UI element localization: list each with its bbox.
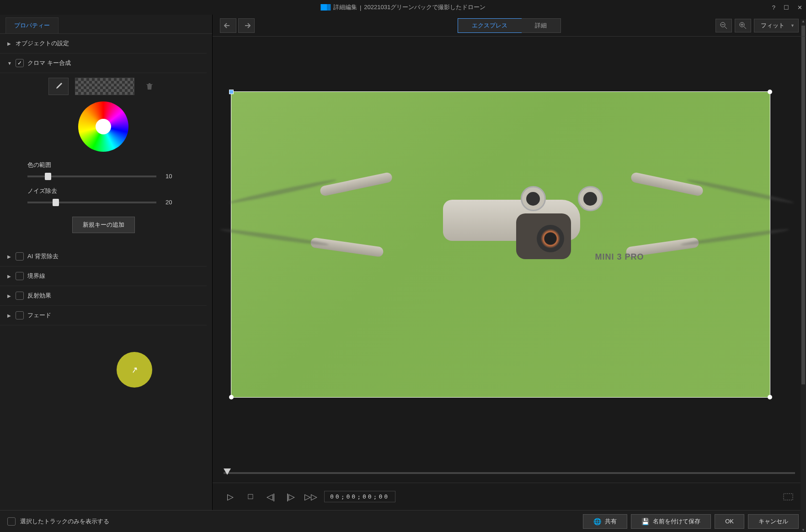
preview-frame[interactable]: MINI 3 PRO: [231, 91, 770, 398]
preview-viewport[interactable]: MINI 3 PRO: [213, 37, 806, 463]
resize-handle-bl[interactable]: [229, 395, 234, 399]
ok-button[interactable]: OK: [715, 514, 744, 529]
titlebar-title: 詳細編集 | 20221031グリーンバックで撮影したドローン: [320, 3, 486, 11]
tab-detail[interactable]: 詳細: [521, 19, 560, 32]
save-icon: 💾: [641, 518, 649, 525]
chevron-right-icon: ▶: [7, 293, 12, 298]
color-range-label: 色の範囲: [27, 161, 179, 169]
preview-area: エクスプレス 詳細 フィット: [213, 15, 806, 510]
zoom-out-button[interactable]: [715, 19, 732, 32]
ok-label: OK: [725, 518, 734, 525]
fast-forward-button[interactable]: ▷▷: [304, 490, 318, 504]
chevron-right-icon: ▶: [7, 313, 12, 318]
section-label: オブジェクトの設定: [16, 39, 69, 48]
picked-color-swatch[interactable]: [75, 78, 134, 95]
noise-label: ノイズ除去: [27, 187, 179, 195]
globe-icon: 🌐: [593, 518, 601, 525]
save-as-button[interactable]: 💾 名前を付けて保存: [631, 514, 711, 529]
undo-button[interactable]: [220, 18, 236, 33]
section-label: 反射効果: [27, 292, 51, 300]
add-key-button[interactable]: 新規キーの追加: [72, 217, 135, 233]
close-icon[interactable]: ✕: [797, 4, 802, 11]
help-icon[interactable]: ?: [772, 4, 775, 11]
color-range-value: 10: [165, 173, 179, 180]
section-border[interactable]: ▶ 境界線: [0, 266, 207, 286]
playback-bar: ▷ □ ◁| |▷ ▷▷ 00;00;00;00: [213, 483, 806, 510]
timeline-playhead[interactable]: [224, 468, 231, 475]
chevron-right-icon: ▶: [7, 274, 12, 279]
checkbox-reflection[interactable]: [16, 292, 24, 300]
zoom-in-button[interactable]: [735, 19, 751, 32]
color-wheel[interactable]: [78, 101, 128, 152]
resize-handle-br[interactable]: [768, 395, 772, 399]
noise-value: 20: [165, 199, 179, 206]
timeline-track[interactable]: [224, 472, 795, 474]
checkbox-fade[interactable]: [16, 311, 24, 319]
delete-key-button[interactable]: [141, 78, 158, 95]
stop-button[interactable]: □: [244, 490, 257, 504]
chevron-right-icon: ▶: [7, 41, 12, 46]
resize-handle-tr[interactable]: [768, 90, 772, 94]
title-separator: |: [360, 4, 361, 11]
section-label: AI 背景除去: [27, 252, 59, 261]
section-ai-bg-remove[interactable]: ▶ AI 背景除去: [0, 247, 207, 266]
section-label: 境界線: [27, 272, 45, 280]
timeline-bar: [213, 463, 806, 483]
cancel-label: キャンセル: [758, 517, 788, 526]
chevron-down-icon: ▼: [7, 61, 12, 66]
section-label: フェード: [27, 311, 51, 319]
play-button[interactable]: ▷: [224, 490, 237, 504]
eyedropper-button[interactable]: [48, 78, 69, 95]
app-icon: [320, 4, 331, 11]
drone-image: MINI 3 PRO: [352, 161, 672, 280]
tab-express[interactable]: エクスプレス: [458, 18, 522, 33]
noise-slider[interactable]: [27, 202, 156, 203]
properties-panel: プロパティー ▶ オブジェクトの設定 ▼ クロマ キー合成: [0, 15, 213, 510]
section-fade[interactable]: ▶ フェード: [0, 306, 207, 325]
share-label: 共有: [605, 517, 617, 526]
section-label: クロマ キー合成: [27, 59, 71, 67]
titlebar: 詳細編集 | 20221031グリーンバックで撮影したドローン ? ☐ ✕: [0, 0, 806, 15]
resize-handle-tl[interactable]: [229, 90, 234, 94]
svg-line-1: [725, 27, 727, 29]
show-selected-label: 選択したトラックのみを表示する: [20, 517, 109, 526]
crop-icon[interactable]: [781, 490, 795, 504]
section-chroma-key[interactable]: ▼ クロマ キー合成: [0, 53, 207, 73]
next-frame-button[interactable]: |▷: [284, 490, 298, 504]
save-as-label: 名前を付けて保存: [653, 517, 700, 526]
svg-rect-7: [784, 494, 793, 500]
drone-model-label: MINI 3 PRO: [595, 252, 644, 262]
preview-toolbar: エクスプレス 詳細 フィット: [213, 15, 806, 37]
checkbox-show-selected[interactable]: [7, 517, 16, 526]
checkbox-chroma[interactable]: [16, 59, 24, 67]
cancel-button[interactable]: キャンセル: [748, 514, 799, 529]
prev-frame-button[interactable]: ◁|: [264, 490, 278, 504]
checkbox-ai-bg[interactable]: [16, 252, 24, 261]
footer-bar: 選択したトラックのみを表示する 🌐 共有 💾 名前を付けて保存 OK キャンセル: [0, 510, 806, 532]
maximize-icon[interactable]: ☐: [784, 4, 789, 11]
chevron-right-icon: ▶: [7, 254, 12, 259]
fit-label: フィット: [761, 21, 785, 30]
svg-line-4: [744, 27, 746, 29]
redo-button[interactable]: [238, 18, 255, 33]
tab-properties[interactable]: プロパティー: [5, 17, 59, 33]
app-label: 詳細編集: [333, 3, 357, 11]
share-button[interactable]: 🌐 共有: [583, 514, 627, 529]
chroma-key-content: 色の範囲 10 ノイズ除去 20: [0, 73, 207, 247]
timecode-display[interactable]: 00;00;00;00: [324, 491, 395, 502]
color-range-slider[interactable]: [27, 176, 156, 177]
filename: 20221031グリーンバックで撮影したドローン: [364, 3, 486, 11]
section-reflection[interactable]: ▶ 反射効果: [0, 286, 207, 306]
checkbox-border[interactable]: [16, 272, 24, 280]
zoom-fit-select[interactable]: フィット: [754, 19, 799, 32]
section-object-settings[interactable]: ▶ オブジェクトの設定: [0, 34, 207, 53]
